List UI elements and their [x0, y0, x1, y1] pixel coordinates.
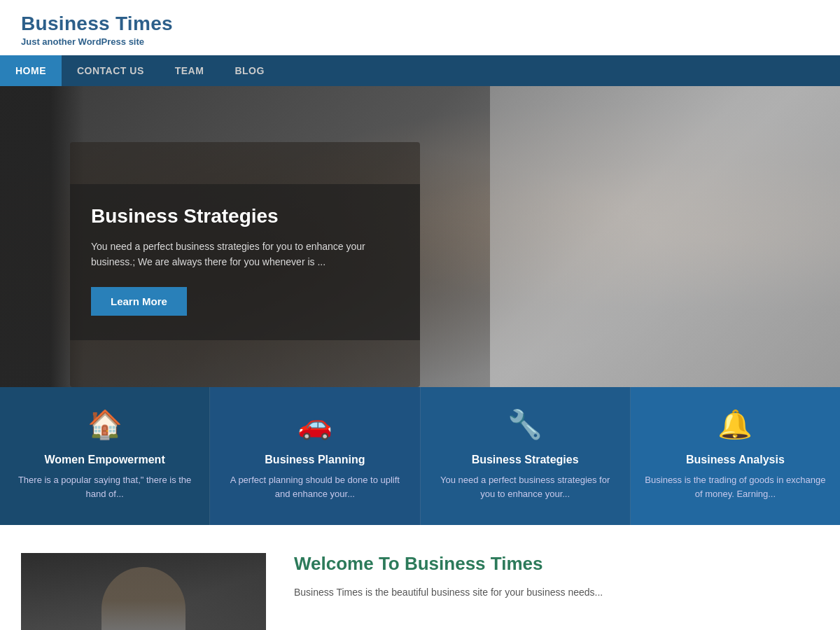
figure-right — [490, 86, 840, 387]
wrench-icon: 🔧 — [435, 408, 616, 441]
tagline-bold: P — [102, 36, 108, 47]
welcome-img-overlay — [21, 553, 266, 630]
feature-desc-2: You need a perfect business strategies f… — [435, 473, 616, 500]
bell-icon: 🔔 — [645, 408, 826, 441]
nav-contact[interactable]: CONTACT US — [62, 55, 160, 86]
feature-card-2: 🔧 Business Strategies You need a perfect… — [421, 387, 631, 525]
main-nav: HOME CONTACT US TEAM BLOG — [0, 55, 840, 86]
site-title: Business Times — [21, 13, 819, 35]
feature-desc-1: A perfect planning should be done to upl… — [224, 473, 405, 500]
car-icon: 🚗 — [224, 408, 405, 441]
nav-blog[interactable]: BLOG — [219, 55, 279, 86]
tagline-pre: Just another Word — [21, 36, 102, 47]
feature-title-1: Business Planning — [224, 454, 405, 466]
feature-desc-0: There is a popular saying that," there i… — [14, 473, 195, 500]
feature-title-3: Business Analysis — [645, 454, 826, 466]
site-header: Business Times Just another WordPress si… — [0, 0, 840, 55]
feature-desc-3: Business is the trading of goods in exch… — [645, 473, 826, 500]
nav-team[interactable]: TEAM — [160, 55, 220, 86]
learn-more-button[interactable]: Learn More — [91, 287, 187, 316]
welcome-section: Welcome To Business Times Business Times… — [0, 525, 840, 630]
nav-home[interactable]: HOME — [0, 55, 62, 86]
welcome-description: Business Times is the beautiful business… — [294, 584, 603, 600]
site-tagline: Just another WordPress site — [21, 36, 819, 47]
welcome-image — [21, 553, 266, 630]
home-icon: 🏠 — [14, 408, 195, 441]
welcome-text: Welcome To Business Times Business Times… — [294, 553, 603, 600]
feature-title-2: Business Strategies — [435, 454, 616, 466]
feature-card-0: 🏠 Women Empowerment There is a popular s… — [0, 387, 210, 525]
hero-content-box: Business Strategies You need a perfect b… — [70, 184, 420, 340]
feature-card-1: 🚗 Business Planning A perfect planning s… — [210, 387, 420, 525]
hero-section: Business Strategies You need a perfect b… — [0, 86, 840, 387]
hero-description: You need a perfect business strategies f… — [91, 239, 399, 270]
tagline-post: ress site — [107, 36, 144, 47]
hero-title: Business Strategies — [91, 205, 399, 227]
feature-title-0: Women Empowerment — [14, 454, 195, 466]
features-section: 🏠 Women Empowerment There is a popular s… — [0, 387, 840, 525]
feature-card-3: 🔔 Business Analysis Business is the trad… — [631, 387, 840, 525]
welcome-title: Welcome To Business Times — [294, 553, 603, 575]
